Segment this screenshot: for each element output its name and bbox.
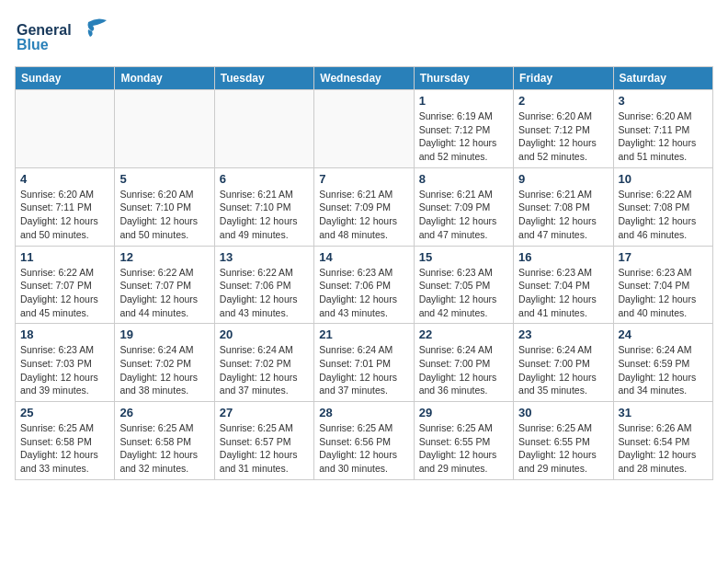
calendar-cell: 10Sunrise: 6:22 AM Sunset: 7:08 PM Dayli…: [613, 167, 712, 246]
calendar-cell: 7Sunrise: 6:21 AM Sunset: 7:09 PM Daylig…: [314, 167, 414, 246]
day-info: Sunrise: 6:23 AM Sunset: 7:05 PM Dayligh…: [419, 266, 508, 320]
logo: General Blue: [15, 15, 116, 55]
day-number: 19: [119, 327, 209, 341]
day-info: Sunrise: 6:19 AM Sunset: 7:12 PM Dayligh…: [419, 109, 508, 164]
day-info: Sunrise: 6:24 AM Sunset: 6:59 PM Dayligh…: [619, 343, 708, 397]
day-info: Sunrise: 6:20 AM Sunset: 7:11 PM Dayligh…: [619, 109, 708, 164]
day-info: Sunrise: 6:24 AM Sunset: 7:01 PM Dayligh…: [319, 343, 408, 397]
day-info: Sunrise: 6:22 AM Sunset: 7:07 PM Dayligh…: [119, 266, 209, 320]
calendar-week-4: 18Sunrise: 6:23 AM Sunset: 7:03 PM Dayli…: [16, 324, 713, 402]
day-info: Sunrise: 6:23 AM Sunset: 7:06 PM Dayligh…: [319, 266, 408, 320]
day-number: 12: [119, 250, 209, 264]
day-info: Sunrise: 6:20 AM Sunset: 7:10 PM Dayligh…: [119, 188, 209, 242]
day-number: 7: [319, 172, 408, 186]
day-number: 27: [220, 406, 309, 419]
calendar-cell: 8Sunrise: 6:21 AM Sunset: 7:09 PM Daylig…: [414, 167, 513, 246]
day-info: Sunrise: 6:22 AM Sunset: 7:07 PM Dayligh…: [20, 266, 109, 320]
weekday-header-tuesday: Tuesday: [214, 67, 313, 90]
calendar-cell: 11Sunrise: 6:22 AM Sunset: 7:07 PM Dayli…: [16, 246, 115, 324]
day-number: 25: [20, 406, 109, 419]
calendar-cell: 22Sunrise: 6:24 AM Sunset: 7:00 PM Dayli…: [414, 324, 513, 402]
calendar-cell: 17Sunrise: 6:23 AM Sunset: 7:04 PM Dayli…: [613, 246, 712, 324]
day-info: Sunrise: 6:20 AM Sunset: 7:12 PM Dayligh…: [518, 109, 608, 164]
weekday-header-saturday: Saturday: [613, 67, 712, 90]
day-info: Sunrise: 6:21 AM Sunset: 7:10 PM Dayligh…: [220, 188, 309, 242]
calendar-cell: 13Sunrise: 6:22 AM Sunset: 7:06 PM Dayli…: [214, 246, 313, 324]
day-info: Sunrise: 6:22 AM Sunset: 7:06 PM Dayligh…: [220, 266, 309, 320]
calendar-week-3: 11Sunrise: 6:22 AM Sunset: 7:07 PM Dayli…: [16, 246, 713, 324]
weekday-header-thursday: Thursday: [414, 67, 513, 90]
day-number: 18: [20, 327, 109, 341]
day-number: 13: [220, 250, 309, 264]
day-number: 10: [619, 172, 708, 186]
day-info: Sunrise: 6:21 AM Sunset: 7:08 PM Dayligh…: [518, 188, 608, 242]
day-number: 28: [319, 406, 408, 419]
calendar-cell: 28Sunrise: 6:25 AM Sunset: 6:56 PM Dayli…: [314, 402, 414, 480]
day-info: Sunrise: 6:25 AM Sunset: 6:55 PM Dayligh…: [419, 421, 508, 476]
day-info: Sunrise: 6:25 AM Sunset: 6:56 PM Dayligh…: [319, 421, 408, 476]
day-info: Sunrise: 6:24 AM Sunset: 7:02 PM Dayligh…: [220, 343, 309, 397]
day-number: 14: [319, 250, 408, 264]
day-number: 21: [319, 327, 408, 341]
calendar-cell: 3Sunrise: 6:20 AM Sunset: 7:11 PM Daylig…: [613, 90, 712, 168]
day-number: 9: [518, 172, 608, 186]
day-info: Sunrise: 6:23 AM Sunset: 7:04 PM Dayligh…: [619, 266, 708, 320]
svg-text:Blue: Blue: [17, 37, 49, 52]
weekday-header-friday: Friday: [514, 67, 613, 90]
calendar-cell: 23Sunrise: 6:24 AM Sunset: 7:00 PM Dayli…: [514, 324, 613, 402]
calendar-cell: 27Sunrise: 6:25 AM Sunset: 6:57 PM Dayli…: [214, 402, 313, 480]
calendar-cell: 26Sunrise: 6:25 AM Sunset: 6:58 PM Dayli…: [115, 402, 214, 480]
day-number: 15: [419, 250, 508, 264]
calendar-cell: 12Sunrise: 6:22 AM Sunset: 7:07 PM Dayli…: [115, 246, 214, 324]
day-number: 24: [619, 327, 708, 341]
day-info: Sunrise: 6:25 AM Sunset: 6:58 PM Dayligh…: [119, 421, 209, 476]
day-number: 11: [20, 250, 109, 264]
day-info: Sunrise: 6:24 AM Sunset: 7:00 PM Dayligh…: [518, 343, 608, 397]
weekday-header-row: SundayMondayTuesdayWednesdayThursdayFrid…: [16, 67, 713, 90]
calendar-cell: 5Sunrise: 6:20 AM Sunset: 7:10 PM Daylig…: [115, 167, 214, 246]
day-number: 3: [619, 94, 708, 108]
logo-svg: General Blue: [15, 15, 116, 55]
day-number: 6: [220, 172, 309, 186]
calendar-cell: 19Sunrise: 6:24 AM Sunset: 7:02 PM Dayli…: [115, 324, 214, 402]
calendar-cell: 1Sunrise: 6:19 AM Sunset: 7:12 PM Daylig…: [414, 90, 513, 168]
calendar-week-1: 1Sunrise: 6:19 AM Sunset: 7:12 PM Daylig…: [16, 90, 713, 168]
day-number: 29: [419, 406, 508, 419]
calendar-cell: 29Sunrise: 6:25 AM Sunset: 6:55 PM Dayli…: [414, 402, 513, 480]
day-info: Sunrise: 6:20 AM Sunset: 7:11 PM Dayligh…: [20, 188, 109, 242]
day-info: Sunrise: 6:23 AM Sunset: 7:04 PM Dayligh…: [518, 266, 608, 320]
day-number: 30: [518, 406, 608, 419]
day-number: 4: [20, 172, 109, 186]
calendar-cell: 16Sunrise: 6:23 AM Sunset: 7:04 PM Dayli…: [514, 246, 613, 324]
calendar-cell: 2Sunrise: 6:20 AM Sunset: 7:12 PM Daylig…: [514, 90, 613, 168]
calendar-cell: 31Sunrise: 6:26 AM Sunset: 6:54 PM Dayli…: [613, 402, 712, 480]
day-info: Sunrise: 6:25 AM Sunset: 6:55 PM Dayligh…: [518, 421, 608, 476]
day-info: Sunrise: 6:26 AM Sunset: 6:54 PM Dayligh…: [619, 421, 708, 476]
day-info: Sunrise: 6:24 AM Sunset: 7:00 PM Dayligh…: [419, 343, 508, 397]
day-info: Sunrise: 6:25 AM Sunset: 6:57 PM Dayligh…: [220, 421, 309, 476]
calendar-cell: [115, 90, 214, 168]
calendar-cell: 4Sunrise: 6:20 AM Sunset: 7:11 PM Daylig…: [16, 167, 115, 246]
calendar-cell: 21Sunrise: 6:24 AM Sunset: 7:01 PM Dayli…: [314, 324, 414, 402]
calendar-cell: [214, 90, 313, 168]
day-number: 16: [518, 250, 608, 264]
calendar-cell: [314, 90, 414, 168]
calendar-cell: 30Sunrise: 6:25 AM Sunset: 6:55 PM Dayli…: [514, 402, 613, 480]
day-number: 8: [419, 172, 508, 186]
page-header: General Blue: [15, 15, 713, 55]
calendar-cell: 14Sunrise: 6:23 AM Sunset: 7:06 PM Dayli…: [314, 246, 414, 324]
svg-text:General: General: [17, 22, 72, 38]
day-number: 2: [518, 94, 608, 108]
day-number: 5: [119, 172, 209, 186]
day-info: Sunrise: 6:21 AM Sunset: 7:09 PM Dayligh…: [419, 188, 508, 242]
day-number: 26: [119, 406, 209, 419]
calendar-cell: 6Sunrise: 6:21 AM Sunset: 7:10 PM Daylig…: [214, 167, 313, 246]
calendar-cell: [16, 90, 115, 168]
calendar-cell: 15Sunrise: 6:23 AM Sunset: 7:05 PM Dayli…: [414, 246, 513, 324]
day-number: 1: [419, 94, 508, 108]
weekday-header-monday: Monday: [115, 67, 214, 90]
calendar-cell: 24Sunrise: 6:24 AM Sunset: 6:59 PM Dayli…: [613, 324, 712, 402]
calendar-week-5: 25Sunrise: 6:25 AM Sunset: 6:58 PM Dayli…: [16, 402, 713, 480]
calendar-week-2: 4Sunrise: 6:20 AM Sunset: 7:11 PM Daylig…: [16, 167, 713, 246]
day-number: 22: [419, 327, 508, 341]
